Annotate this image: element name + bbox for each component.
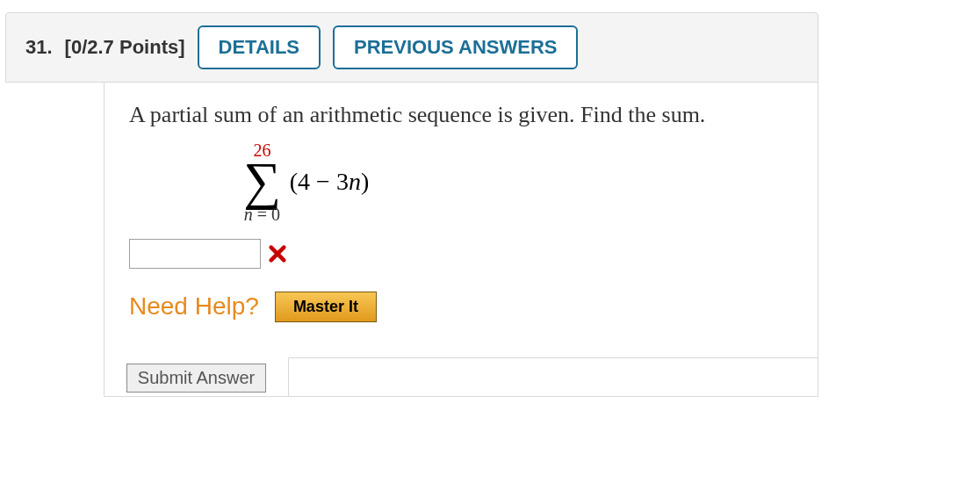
question-number: 31.: [25, 36, 53, 59]
submit-notch: Submit Answer: [104, 357, 289, 396]
sigma-lower-var: n: [244, 205, 253, 224]
need-help-label: Need Help?: [129, 292, 259, 321]
term-close: ): [361, 168, 369, 195]
sigma-symbol: ∑: [243, 161, 281, 202]
question-prompt: A partial sum of an arithmetic sequence …: [129, 102, 793, 128]
question-content: A partial sum of an arithmetic sequence …: [104, 83, 818, 397]
term-var: n: [349, 168, 361, 195]
term-open: (4 − 3: [290, 168, 349, 195]
details-button[interactable]: DETAILS: [198, 25, 321, 69]
sigma-lower-bound: n = 0: [244, 205, 280, 223]
question-header: 31. [0/2.7 Points] DETAILS PREVIOUS ANSW…: [5, 12, 818, 83]
points-display: [0/2.7 Points]: [65, 36, 185, 59]
submit-bar: Submit Answer: [104, 357, 818, 396]
submit-answer-button[interactable]: Submit Answer: [126, 364, 266, 393]
summation-term: (4 − 3n): [290, 168, 369, 196]
summation-expression: 26 ∑ n = 0 (4 − 3n): [243, 141, 369, 223]
master-it-button[interactable]: Master It: [275, 292, 377, 322]
answer-row: [129, 239, 793, 269]
previous-answers-button[interactable]: PREVIOUS ANSWERS: [333, 25, 578, 69]
help-row: Need Help? Master It: [129, 292, 793, 322]
answer-input[interactable]: [129, 239, 261, 269]
sigma-stack: 26 ∑ n = 0: [243, 141, 281, 223]
incorrect-icon: [268, 244, 287, 263]
sigma-lower-eq: = 0: [253, 205, 280, 224]
